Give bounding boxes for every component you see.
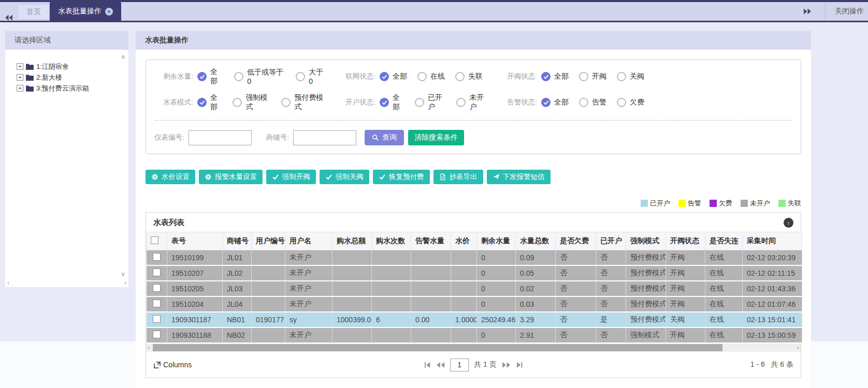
radio-checked-icon[interactable] (197, 98, 207, 107)
radio-unchecked-icon[interactable] (617, 98, 626, 107)
tree-scroll-right-icon[interactable]: › (124, 280, 126, 286)
row-checkbox[interactable] (153, 315, 161, 323)
table-row[interactable]: 19510207JL02未开户00.05否否预付费模式开阀在线02-12 02:… (147, 265, 802, 281)
radio-unchecked-icon[interactable] (579, 72, 588, 81)
radio-unchecked-icon[interactable] (233, 98, 242, 107)
hscroll-thumb[interactable] (153, 344, 722, 351)
radio-option[interactable]: 欠费 (617, 98, 644, 107)
radio-checked-icon[interactable] (541, 72, 551, 81)
tree-node[interactable]: +1:江阴宿舍 (17, 61, 126, 72)
tab-close-icon[interactable]: ✕ (105, 8, 113, 16)
radio-option[interactable]: 在线 (417, 72, 445, 81)
columns-button[interactable]: Columns (153, 361, 192, 369)
next-page-icon[interactable] (502, 362, 511, 368)
expand-icon[interactable]: + (17, 63, 23, 70)
radio-checked-icon[interactable] (380, 72, 389, 81)
column-header[interactable]: 强制模式 (626, 232, 666, 250)
column-header[interactable]: 剩余水量 (477, 232, 516, 250)
radio-option[interactable]: 未开户 (456, 93, 488, 112)
radio-unchecked-icon[interactable] (579, 98, 588, 107)
select-all-checkbox[interactable] (151, 236, 158, 244)
radio-unchecked-icon[interactable] (296, 72, 305, 81)
row-checkbox[interactable] (153, 253, 161, 261)
tab-home[interactable]: 首页 (18, 4, 50, 20)
radio-checked-icon[interactable] (541, 98, 551, 107)
radio-unchecked-icon[interactable] (417, 72, 427, 81)
radio-option[interactable]: 大于0 (296, 68, 326, 85)
column-header[interactable]: 购水总额 (332, 232, 372, 250)
action-button[interactable]: 强制关阀 (320, 170, 369, 184)
radio-unchecked-icon[interactable] (281, 98, 291, 107)
column-header[interactable]: 采集时间 (743, 232, 802, 250)
radio-unchecked-icon[interactable] (455, 72, 465, 81)
row-checkbox[interactable] (153, 300, 161, 307)
shop-no-input[interactable] (293, 130, 356, 145)
action-button[interactable]: 恢复预付费 (373, 170, 430, 184)
radio-unchecked-icon[interactable] (617, 72, 626, 81)
column-header[interactable]: 购水次数 (372, 232, 411, 250)
tree-scroll-up-icon[interactable]: ∧ (121, 54, 125, 60)
action-button[interactable]: 报警水量设置 (199, 170, 263, 184)
column-header[interactable]: 水量总数 (516, 232, 556, 250)
scroll-top-icon[interactable]: ↑ (784, 218, 793, 228)
close-operations-button[interactable]: 关闭操作 (835, 7, 868, 16)
action-button[interactable]: 下发报警短信 (487, 170, 551, 184)
radio-checked-icon[interactable] (380, 98, 389, 107)
radio-option[interactable]: 全部 (541, 72, 569, 81)
column-header[interactable]: 开阀状态 (666, 232, 705, 250)
column-header[interactable]: 是否失连 (705, 232, 743, 250)
radio-option[interactable]: 全部 (197, 93, 222, 112)
meter-no-input[interactable] (189, 130, 252, 145)
table-row[interactable]: 1909301187NB010190177sy1000399.0060.001.… (147, 312, 802, 327)
radio-option[interactable]: 告警 (579, 98, 606, 107)
action-button[interactable]: 水价设置 (146, 170, 195, 184)
column-header[interactable]: 告警水量 (411, 232, 451, 250)
radio-checked-icon[interactable] (197, 72, 207, 81)
last-page-icon[interactable] (516, 362, 524, 368)
radio-option[interactable]: 全部 (380, 72, 407, 81)
table-row[interactable]: 1909301188NB02未开户02.91否否强制模式开阀在线02-13 15… (147, 327, 802, 343)
column-header[interactable]: 已开户 (596, 232, 626, 250)
row-checkbox[interactable] (153, 284, 161, 292)
radio-option[interactable]: 全部 (197, 67, 224, 86)
column-header[interactable]: 商铺号 (223, 232, 252, 250)
scroll-tabs-left-icon[interactable] (0, 14, 18, 21)
page-number-input[interactable] (450, 359, 469, 371)
clear-search-button[interactable]: 清除搜索条件 (408, 130, 464, 145)
row-checkbox[interactable] (153, 331, 161, 338)
table-row[interactable]: 19510199JL01未开户00.09否否预付费模式开阀在线02-12 03:… (147, 250, 802, 266)
prev-page-icon[interactable] (436, 362, 445, 368)
scroll-tabs-right-icon[interactable] (798, 8, 816, 14)
column-header[interactable]: 表号 (167, 232, 223, 250)
hscroll-right-icon[interactable]: › (797, 344, 799, 350)
action-button[interactable]: 抄表导出 (433, 170, 483, 184)
column-header[interactable]: 用户名 (285, 232, 332, 250)
radio-option[interactable]: 预付费模式 (281, 93, 326, 112)
radio-unchecked-icon[interactable] (456, 98, 466, 107)
table-row[interactable]: 19510205JL03未开户00.02否否预付费模式开阀在线02-12 01:… (147, 281, 802, 296)
radio-option[interactable]: 失联 (455, 72, 483, 81)
first-page-icon[interactable] (423, 362, 431, 368)
radio-option[interactable]: 低于或等于0 (234, 68, 285, 85)
radio-option[interactable]: 全部 (541, 98, 569, 107)
hscroll-left-icon[interactable]: ‹ (148, 344, 150, 350)
tree-node[interactable]: +2:新大楼 (17, 72, 126, 83)
column-header[interactable]: 是否欠费 (556, 232, 596, 250)
column-header[interactable]: 水价 (451, 232, 477, 250)
expand-icon[interactable]: + (17, 85, 23, 92)
tree-scroll-down-icon[interactable]: ∨ (121, 271, 125, 277)
tab-water-meter-batch[interactable]: 水表批量操作 ✕ (50, 2, 121, 21)
radio-option[interactable]: 关阀 (617, 72, 644, 81)
query-button[interactable]: 查询 (365, 130, 404, 145)
radio-unchecked-icon[interactable] (415, 98, 424, 107)
radio-option[interactable]: 强制模式 (233, 93, 271, 112)
action-button[interactable]: 强制开阀 (266, 170, 316, 184)
radio-option[interactable]: 开阀 (579, 72, 606, 81)
radio-option[interactable]: 已开户 (415, 93, 446, 112)
column-header[interactable]: 用户编号 (252, 232, 285, 250)
row-checkbox[interactable] (153, 268, 161, 276)
table-row[interactable]: 19510204JL04未开户00.03否否预付费模式开阀在线02-12 01:… (147, 296, 802, 312)
tree-scroll-left-icon[interactable]: ‹ (7, 280, 9, 286)
tree-node[interactable]: +3:预付费云演示箱 (17, 83, 126, 94)
radio-unchecked-icon[interactable] (234, 72, 243, 81)
